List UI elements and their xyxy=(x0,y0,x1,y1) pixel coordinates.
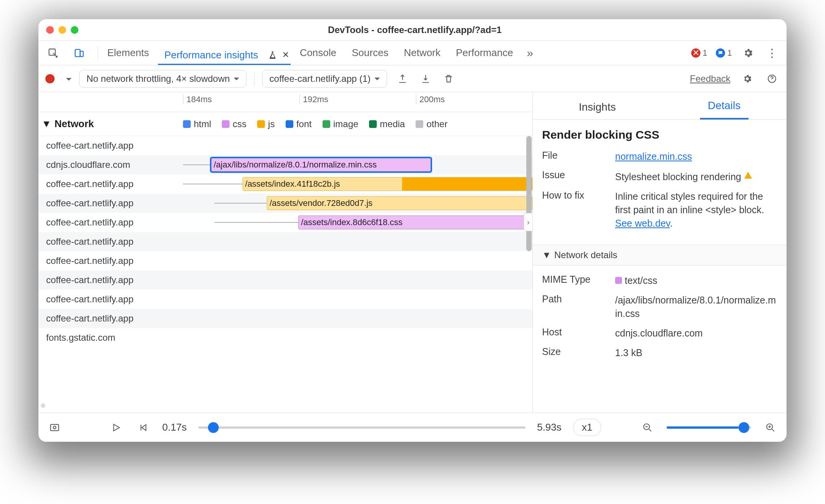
ruler-tick: 192ms xyxy=(299,94,416,104)
play-icon[interactable] xyxy=(108,420,124,435)
network-row[interactable]: coffee-cart.netlify.app/assets/vendor.72… xyxy=(38,194,532,213)
timeline-panel: 184ms 192ms 200ms ▼ Network htmlcssjsfon… xyxy=(38,92,533,413)
time-slider[interactable] xyxy=(198,426,526,429)
kebab-menu-icon[interactable]: ⋮ xyxy=(764,45,780,61)
tab-performance-insights-wrap: Performance insights ✕ xyxy=(158,41,290,65)
zoom-in-icon[interactable] xyxy=(763,420,778,435)
tab-performance[interactable]: Performance xyxy=(450,47,519,59)
network-row-host: coffee-cart.netlify.app xyxy=(38,179,183,189)
network-row-host: coffee-cart.netlify.app xyxy=(38,313,183,324)
devtools-window: DevTools - coffee-cart.netlify.app/?ad=1… xyxy=(38,19,787,442)
network-row-host: coffee-cart.netlify.app xyxy=(38,198,183,209)
window-controls xyxy=(46,26,78,34)
time-end: 5.93s xyxy=(537,421,562,433)
playback-bar: 0.17s 5.93s x1 xyxy=(38,413,787,442)
network-bar[interactable]: /assets/vendor.728ed0d7.js xyxy=(267,196,532,210)
time-ruler: 184ms 192ms 200ms xyxy=(38,92,532,112)
svg-point-5 xyxy=(53,426,56,429)
skip-to-start-icon[interactable] xyxy=(135,420,151,435)
import-icon[interactable] xyxy=(418,71,433,86)
network-row[interactable]: cdnjs.cloudflare.com/ajax/libs/normalize… xyxy=(38,155,532,174)
scrollbar-thumb[interactable] xyxy=(526,136,532,251)
svg-rect-4 xyxy=(51,424,59,430)
file-link[interactable]: normalize.min.css xyxy=(615,151,692,162)
record-button[interactable] xyxy=(45,74,55,83)
network-bar[interactable]: /assets/index.41f18c2b.js xyxy=(243,177,532,191)
network-row[interactable]: coffee-cart.netlify.app/assets/index.8d6… xyxy=(38,213,532,232)
message-count-badge[interactable]: 1 xyxy=(716,48,732,58)
tab-insights[interactable]: Insights xyxy=(571,95,624,119)
network-row[interactable]: coffee-cart.netlify.app xyxy=(38,232,532,251)
more-tabs-icon[interactable]: » xyxy=(522,45,538,61)
tab-performance-insights[interactable]: Performance insights xyxy=(158,49,264,61)
playback-speed[interactable]: x1 xyxy=(573,419,601,436)
record-options-dropdown[interactable] xyxy=(62,73,72,84)
network-legend-row: ▼ Network htmlcssjsfontimagemediaother xyxy=(38,112,532,136)
tab-details[interactable]: Details xyxy=(700,93,748,119)
ruler-tick: 184ms xyxy=(183,94,299,104)
window-title: DevTools - coffee-cart.netlify.app/?ad=1 xyxy=(86,25,743,35)
network-row[interactable]: coffee-cart.netlify.app xyxy=(38,270,532,290)
panel-settings-gear-icon[interactable] xyxy=(740,71,755,86)
svg-rect-1 xyxy=(75,49,80,56)
network-row[interactable]: coffee-cart.netlify.app/assets/index.41f… xyxy=(38,174,532,194)
network-row-host: coffee-cart.netlify.app xyxy=(38,140,183,151)
network-row-host: cdnjs.cloudflare.com xyxy=(38,159,183,170)
insight-heading: Render blocking CSS xyxy=(542,128,777,141)
close-tab-icon[interactable]: ✕ xyxy=(281,50,291,60)
tab-sources[interactable]: Sources xyxy=(346,47,394,59)
maximize-window-button[interactable] xyxy=(71,26,78,34)
expand-sidebar-icon[interactable]: › xyxy=(524,213,532,231)
zoom-slider[interactable] xyxy=(667,426,751,429)
time-start: 0.17s xyxy=(162,421,187,433)
network-section-label: Network xyxy=(55,118,94,130)
legend-item-css: css xyxy=(222,119,246,129)
window-titlebar: DevTools - coffee-cart.netlify.app/?ad=1 xyxy=(38,19,787,41)
close-window-button[interactable] xyxy=(46,26,54,34)
throttling-dropdown[interactable]: No network throttling, 4× slowdown xyxy=(79,70,246,88)
network-row[interactable]: coffee-cart.netlify.app xyxy=(38,136,532,155)
network-bar[interactable]: /ajax/libs/normalize/8.0.1/normalize.min… xyxy=(211,158,431,172)
tab-console[interactable]: Console xyxy=(294,47,343,59)
minimize-window-button[interactable] xyxy=(58,26,66,34)
tab-elements[interactable]: Elements xyxy=(101,47,155,59)
network-row[interactable]: coffee-cart.netlify.app xyxy=(38,309,532,328)
see-webdev-link[interactable]: See web.dev xyxy=(615,218,670,229)
error-count-badge[interactable]: ✕1 xyxy=(691,48,707,58)
tab-network[interactable]: Network xyxy=(398,47,446,59)
svg-rect-2 xyxy=(80,51,83,56)
experiment-icon xyxy=(268,51,277,59)
device-toolbar-icon[interactable] xyxy=(72,45,87,61)
inspect-element-icon[interactable] xyxy=(45,45,61,61)
export-icon[interactable] xyxy=(395,71,410,86)
network-row-host: fonts.gstatic.com xyxy=(38,332,183,343)
collapse-icon[interactable]: ▼ xyxy=(42,118,52,130)
performance-toolbar: No network throttling, 4× slowdown coffe… xyxy=(38,65,787,92)
mime-color-swatch xyxy=(615,277,622,284)
target-dropdown[interactable]: coffee-cart.netlify.app (1) xyxy=(262,70,387,88)
network-details-header[interactable]: ▼Network details xyxy=(533,245,787,265)
legend-item-js: js xyxy=(257,119,274,129)
insights-panel: Insights Details Render blocking CSS Fil… xyxy=(533,92,787,413)
network-row-host: coffee-cart.netlify.app xyxy=(38,275,183,285)
network-row[interactable]: coffee-cart.netlify.app xyxy=(38,290,532,309)
settings-gear-icon[interactable] xyxy=(740,45,756,61)
help-icon[interactable] xyxy=(764,71,780,86)
network-row-host: coffee-cart.netlify.app xyxy=(38,294,183,305)
legend-item-image: image xyxy=(323,119,358,129)
network-row-host: coffee-cart.netlify.app xyxy=(38,217,183,228)
network-waterfall[interactable]: coffee-cart.netlify.appcdnjs.cloudflare.… xyxy=(38,136,532,413)
zoom-out-icon[interactable] xyxy=(640,420,655,435)
warning-icon xyxy=(744,168,752,179)
panel-tabstrip: Elements Performance insights ✕ Console … xyxy=(38,41,787,65)
network-row[interactable]: coffee-cart.netlify.app xyxy=(38,251,532,270)
ruler-tick: 200ms xyxy=(416,94,532,104)
loading-indicator-icon xyxy=(41,403,45,408)
network-bar[interactable]: /assets/index.8d6c6f18.css xyxy=(298,216,532,229)
legend-item-html: html xyxy=(183,119,211,129)
delete-recording-icon[interactable] xyxy=(441,71,456,86)
feedback-link[interactable]: Feedback xyxy=(690,73,730,84)
legend-item-other: other xyxy=(416,119,447,129)
network-row[interactable]: fonts.gstatic.com xyxy=(38,328,532,347)
preview-icon[interactable] xyxy=(47,420,62,435)
